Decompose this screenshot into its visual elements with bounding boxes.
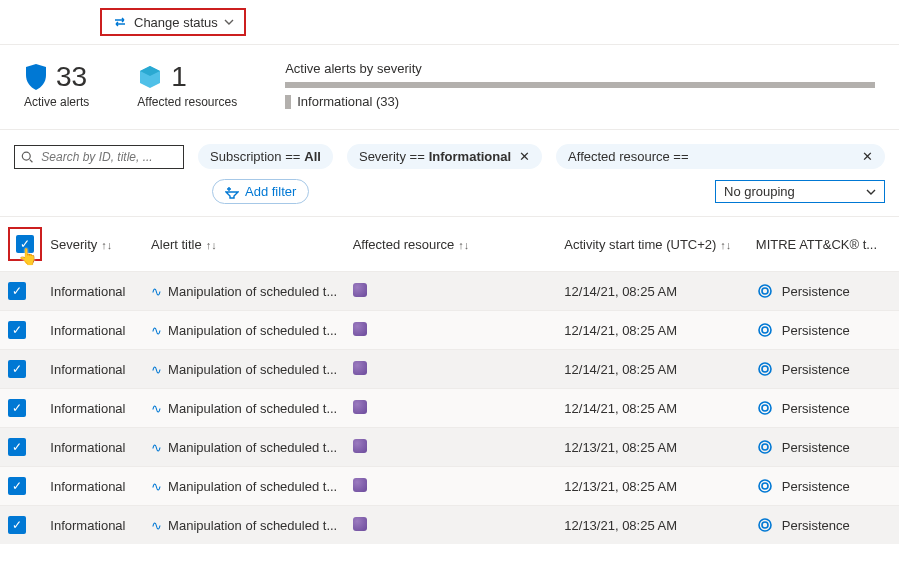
pulse-icon: ∿: [151, 518, 162, 533]
table-row[interactable]: ✓Informational∿Manipulation of scheduled…: [0, 311, 899, 350]
severity-title: Active alerts by severity: [285, 61, 875, 76]
tactic-icon: [756, 399, 774, 417]
cell-time: 12/13/21, 08:25 AM: [556, 467, 747, 506]
cell-title[interactable]: ∿Manipulation of scheduled t...: [143, 311, 345, 350]
cell-resource[interactable]: [345, 467, 557, 506]
swap-icon: [112, 14, 128, 30]
cell-resource[interactable]: [345, 272, 557, 311]
column-mitre[interactable]: MITRE ATT&CK® t...: [748, 217, 899, 272]
pulse-icon: ∿: [151, 440, 162, 455]
resource-icon: [353, 478, 367, 492]
column-severity[interactable]: Severity↑↓: [42, 217, 143, 272]
severity-bar: [285, 82, 875, 88]
filter-add-icon: [225, 185, 239, 199]
resource-icon: [353, 517, 367, 531]
cell-title[interactable]: ∿Manipulation of scheduled t...: [143, 389, 345, 428]
pulse-icon: ∿: [151, 284, 162, 299]
cell-severity: Informational: [42, 428, 143, 467]
cell-resource[interactable]: [345, 350, 557, 389]
row-checkbox[interactable]: ✓: [8, 438, 26, 456]
cell-mitre: Persistence: [748, 311, 899, 350]
row-checkbox[interactable]: ✓: [8, 399, 26, 417]
cell-mitre: Persistence: [748, 467, 899, 506]
cell-time: 12/13/21, 08:25 AM: [556, 506, 747, 545]
filter-pill-affected-resource[interactable]: Affected resource == ✕: [556, 144, 885, 169]
cell-resource[interactable]: [345, 428, 557, 467]
svg-point-0: [22, 152, 30, 160]
remove-severity-filter[interactable]: ✕: [519, 149, 530, 164]
severity-swatch: [285, 95, 291, 109]
resource-icon: [353, 361, 367, 375]
row-checkbox[interactable]: ✓: [8, 360, 26, 378]
sort-icon: ↑↓: [458, 239, 469, 251]
cell-resource[interactable]: [345, 311, 557, 350]
cell-time: 12/14/21, 08:25 AM: [556, 311, 747, 350]
add-filter-button[interactable]: Add filter: [212, 179, 309, 204]
svg-point-3: [759, 363, 771, 375]
row-checkbox[interactable]: ✓: [8, 477, 26, 495]
cell-title[interactable]: ∿Manipulation of scheduled t...: [143, 350, 345, 389]
svg-point-4: [759, 402, 771, 414]
table-row[interactable]: ✓Informational∿Manipulation of scheduled…: [0, 428, 899, 467]
svg-point-2: [759, 324, 771, 336]
cell-resource[interactable]: [345, 389, 557, 428]
tactic-icon: [756, 516, 774, 534]
table-row[interactable]: ✓Informational∿Manipulation of scheduled…: [0, 467, 899, 506]
cell-mitre: Persistence: [748, 350, 899, 389]
alerts-table: ✓ 👆 Severity↑↓ Alert title↑↓ Affected re…: [0, 216, 899, 544]
svg-point-1: [759, 285, 771, 297]
select-all-checkbox[interactable]: ✓: [16, 235, 34, 253]
cell-severity: Informational: [42, 389, 143, 428]
svg-point-7: [759, 519, 771, 531]
column-affected-resource[interactable]: Affected resource↑↓: [345, 217, 557, 272]
row-checkbox[interactable]: ✓: [8, 321, 26, 339]
chevron-down-icon: [224, 17, 234, 27]
cell-severity: Informational: [42, 350, 143, 389]
summary-bar: 33 Active alerts 1 Affected resources Ac…: [0, 45, 899, 130]
resource-icon: [353, 283, 367, 297]
cell-resource[interactable]: [345, 506, 557, 545]
sort-icon: ↑↓: [206, 239, 217, 251]
cell-severity: Informational: [42, 311, 143, 350]
svg-point-5: [759, 441, 771, 453]
pulse-icon: ∿: [151, 362, 162, 377]
search-input-wrapper[interactable]: [14, 145, 184, 169]
cell-title[interactable]: ∿Manipulation of scheduled t...: [143, 272, 345, 311]
cell-title[interactable]: ∿Manipulation of scheduled t...: [143, 506, 345, 545]
tactic-icon: [756, 438, 774, 456]
active-alerts-label: Active alerts: [24, 95, 89, 109]
cell-mitre: Persistence: [748, 428, 899, 467]
column-activity-start[interactable]: Activity start time (UTC+2)↑↓: [556, 217, 747, 272]
table-row[interactable]: ✓Informational∿Manipulation of scheduled…: [0, 506, 899, 545]
cell-title[interactable]: ∿Manipulation of scheduled t...: [143, 428, 345, 467]
table-row[interactable]: ✓Informational∿Manipulation of scheduled…: [0, 389, 899, 428]
affected-resources-label: Affected resources: [137, 95, 237, 109]
row-checkbox[interactable]: ✓: [8, 516, 26, 534]
cube-icon: [137, 64, 163, 90]
chevron-down-icon: [866, 187, 876, 197]
remove-affected-resource-filter[interactable]: ✕: [862, 149, 873, 164]
shield-icon: [24, 63, 48, 91]
table-row[interactable]: ✓Informational∿Manipulation of scheduled…: [0, 272, 899, 311]
cell-time: 12/14/21, 08:25 AM: [556, 272, 747, 311]
sort-icon: ↑↓: [101, 239, 112, 251]
filter-pill-severity[interactable]: Severity == Informational ✕: [347, 144, 542, 169]
search-icon: [21, 150, 33, 164]
cell-title[interactable]: ∿Manipulation of scheduled t...: [143, 467, 345, 506]
column-alert-title[interactable]: Alert title↑↓: [143, 217, 345, 272]
severity-legend: Informational (33): [297, 94, 399, 109]
pulse-icon: ∿: [151, 479, 162, 494]
table-row[interactable]: ✓Informational∿Manipulation of scheduled…: [0, 350, 899, 389]
active-alerts-count: 33: [56, 61, 87, 93]
change-status-label: Change status: [134, 15, 218, 30]
cell-severity: Informational: [42, 506, 143, 545]
cell-mitre: Persistence: [748, 506, 899, 545]
cell-time: 12/14/21, 08:25 AM: [556, 350, 747, 389]
row-checkbox[interactable]: ✓: [8, 282, 26, 300]
filter-pill-subscription[interactable]: Subscription == All: [198, 144, 333, 169]
search-input[interactable]: [39, 149, 177, 165]
change-status-button[interactable]: Change status: [100, 8, 246, 36]
severity-chart: Active alerts by severity Informational …: [285, 61, 875, 109]
cell-severity: Informational: [42, 272, 143, 311]
grouping-select[interactable]: No grouping: [715, 180, 885, 203]
